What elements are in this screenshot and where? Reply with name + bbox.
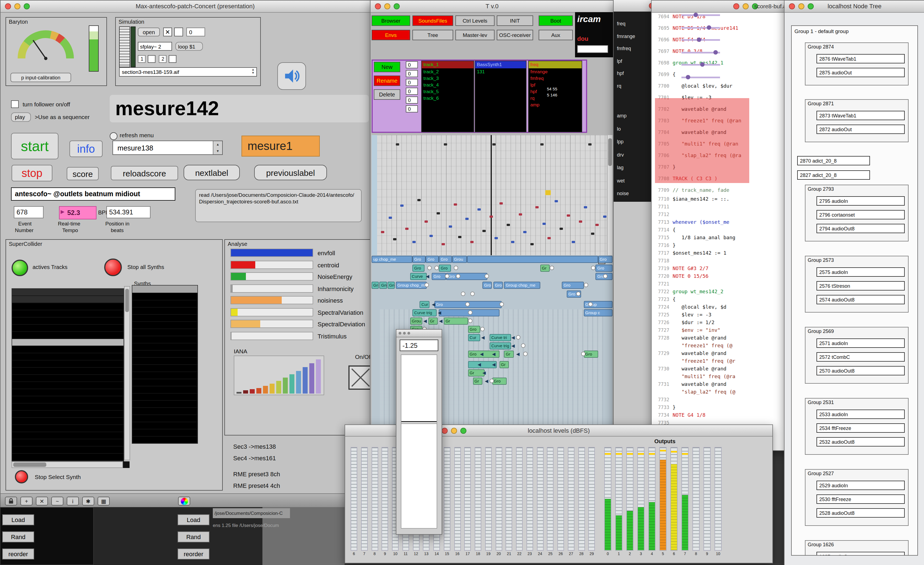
timeline-node-handle[interactable] [427,266,431,270]
piano-roll-vscrollbar[interactable] [607,135,612,255]
code-line[interactable]: 7694NOTE D5 1/8 [652,14,792,25]
reorder-button[interactable]: reorder [177,549,210,559]
gain-slider-handle[interactable] [401,421,436,424]
synth-row[interactable] [132,336,197,343]
code-line[interactable]: 7710$iana_mes142 := ::. [652,196,792,204]
new-track-button[interactable]: New [374,62,400,72]
score-button[interactable]: score [67,167,99,180]
cue-2-toggle[interactable] [169,55,176,63]
synth-track-row[interactable] [12,382,123,389]
param-slider-fmrange[interactable] [681,27,720,28]
timeline-clip-group-c[interactable]: Group c [584,309,612,316]
synth-row[interactable] [132,315,197,322]
code-line[interactable]: 7716} [652,243,792,250]
cue-2[interactable]: 2 [159,55,166,63]
code-line[interactable]: 7698group wt_mes142_1 [652,60,792,72]
timeline-trigger-icon[interactable]: ◀ [438,310,441,316]
track-count-box[interactable]: 0 [406,105,418,112]
logo-input-box[interactable] [577,45,608,53]
timeline-node-handle[interactable] [468,310,472,315]
timeline-node-handle[interactable] [521,343,525,348]
timeline-clip-curve[interactable]: Curve [410,273,427,280]
event-number-box[interactable]: 678 [14,206,44,218]
timeline-node-handle[interactable] [524,352,528,356]
code-line[interactable]: 7729 wavetable @rand [652,351,792,358]
soundfile-menu[interactable]: section3-mes138-159.aif ▲▼ [119,67,257,76]
timeline-clip-gro[interactable]: Gro [493,282,503,289]
timeline-clip-gr[interactable]: Gr [499,361,509,368]
timeline-clip-gro[interactable]: Gro [492,378,506,385]
timeline-clip-gro[interactable]: Gro [562,282,584,289]
iana-multislider[interactable] [234,355,324,395]
synth-track-row[interactable] [12,332,123,339]
list-item[interactable]: fmrange [529,68,582,75]
timeline-clip-gro[interactable]: Gro [426,256,439,263]
tree-node[interactable]: 2532 audioOut8 [816,437,905,447]
synth-track-row[interactable] [12,411,123,418]
tree-node[interactable]: 1627 audioOut [816,552,905,556]
audio-on-button[interactable] [277,62,306,90]
info-button[interactable]: info [69,141,102,157]
tree-node[interactable]: 2870 adict_20_8 [797,156,870,165]
tree-node[interactable]: 2875 audioOut [816,68,905,77]
timeline-clip-grou[interactable]: Grou [410,318,422,325]
rename-track-button[interactable]: Rename [374,75,400,86]
param-slider-dot[interactable] [700,62,705,67]
synth-track-row[interactable] [12,432,123,439]
tree-node[interactable]: 2570 audioOut8 [816,366,905,375]
tree-node[interactable]: 2827 adict_20_8 [797,170,870,180]
close-box-icon[interactable]: ✕ [36,497,48,505]
code-line[interactable]: 7700 @local $lev, $dur [652,83,792,95]
code-line[interactable]: 7718 [652,258,792,266]
track-count-box[interactable]: 0 [406,79,418,86]
list-header[interactable]: BassSynth1 [475,61,526,68]
antescofo-object[interactable]: antescofo~ @outlets beatnum midiout [11,187,176,201]
tree-node[interactable]: 2796 cortaonset [816,210,905,219]
synth-row[interactable] [132,322,197,329]
synth-row[interactable] [132,394,197,401]
timeline-node-handle[interactable] [470,292,475,296]
timeline-clip-gr[interactable]: Gr [428,318,438,325]
t-button-ctrl-levels[interactable]: Ctrl Levels [455,15,495,26]
measure-target-box[interactable]: mesure1 [242,136,320,157]
synth-row[interactable] [132,408,197,415]
synth-track-row[interactable] [12,418,123,425]
list-item[interactable]: track_5 [422,88,474,95]
code-line[interactable]: 7727 $env := "inv" [652,327,792,335]
timeline-trigger-icon[interactable]: ◀ [439,318,442,324]
load-button[interactable]: Load [2,514,34,525]
timeline-clip-gro[interactable]: Gro [446,273,488,280]
lock-icon[interactable] [5,497,17,505]
synth-row[interactable] [132,387,197,394]
tree-group-group-2531[interactable]: Group 25312533 audioIn2534 fftFreeze2532… [805,398,909,455]
tree-node[interactable]: 2528 audioOut8 [816,508,905,518]
param-slider-rq[interactable] [681,76,720,78]
synth-track-row[interactable] [12,289,123,296]
t-button-envs[interactable]: Envs [372,30,410,40]
load-button[interactable]: Load [177,514,210,525]
code-line[interactable]: 7696NOTE F4 1/4 [652,37,792,48]
t-button-master-lev[interactable]: Master-lev [455,30,495,40]
window-dot-icon[interactable] [403,332,406,334]
tree-group-group-2793[interactable]: Group 27932795 audioIn2796 cortaonset279… [805,185,909,241]
timeline-node-handle[interactable] [516,335,520,340]
gain-value-box[interactable]: -1.25 [400,340,438,351]
timeline-clip-group-chop-me[interactable]: Group chop_me [396,282,427,289]
synth-track-row[interactable] [12,353,123,361]
synth-track-row[interactable] [12,375,123,382]
tree-node[interactable]: 2574 audioOut8 [816,295,905,304]
list-item[interactable]: fmfreq [529,75,582,82]
synth-track-row[interactable] [12,361,123,368]
timeline-clip-curve-trig[interactable]: Curve trig [490,342,512,349]
tree-node[interactable]: 2572 tCombC [816,352,905,361]
open-button[interactable]: open [138,28,160,36]
tree-node[interactable]: 2571 audioIn [816,339,905,348]
code-line[interactable]: 7723{ [652,297,792,304]
synth-row[interactable] [132,300,197,307]
synth-row[interactable] [132,286,197,293]
timeline-node-handle[interactable] [460,292,465,296]
tree-group-group-2569[interactable]: Group 25692571 audioIn2572 tCombC2570 au… [805,327,909,384]
list-item[interactable]: track_3 [422,75,474,82]
tree-group-group-1626[interactable]: Group 16261627 audioOut [805,540,909,556]
timeline-trigger-icon[interactable]: ◀ [516,351,519,357]
